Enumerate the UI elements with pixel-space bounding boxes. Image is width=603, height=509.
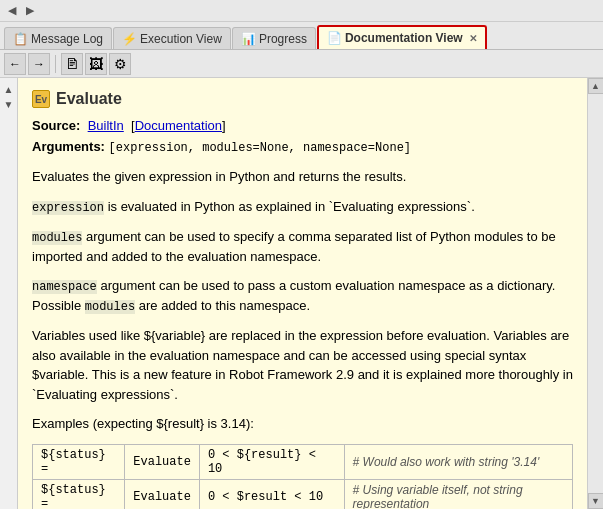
para3-suffix2: are added to this namespace.: [139, 298, 310, 313]
tab-documentation-view[interactable]: 📄 Documentation View ✕: [317, 25, 487, 49]
forward-button[interactable]: →: [28, 53, 50, 75]
ex2-col1: ${status} =: [33, 479, 125, 509]
ex2-col2: Evaluate: [125, 479, 200, 509]
doc-title: Ev Evaluate: [32, 90, 573, 108]
toolbar-separator: [55, 55, 56, 73]
tab-message-log-label: Message Log: [31, 32, 103, 46]
table-row: ${status} = Evaluate 0 < $result < 10 # …: [33, 479, 573, 509]
arguments-value: [expression, modules=None, namespace=Non…: [109, 141, 411, 155]
tab-message-log[interactable]: 📋 Message Log: [4, 27, 112, 49]
back-icon: ←: [9, 57, 21, 71]
table-row: ${status} = Evaluate 0 < ${result} < 10 …: [33, 444, 573, 479]
ex2-col3: 0 < $result < 10: [199, 479, 344, 509]
content-area[interactable]: Ev Evaluate Source: BuiltIn [Documentati…: [18, 78, 587, 509]
tab-execution-view-label: Execution View: [140, 32, 222, 46]
scroll-left-arrow[interactable]: ◀: [4, 4, 20, 17]
execution-view-icon: ⚡: [122, 32, 136, 46]
ex1-col4: # Would also work with string '3.14': [344, 444, 572, 479]
toolbar: ← → 🖹 🖼 ⚙: [0, 50, 603, 78]
scroll-arrows[interactable]: ◀ ▶: [4, 4, 38, 17]
ex2-col4: # Using variable itself, not string repr…: [344, 479, 572, 509]
main-area: ▲ ▼ Ev Evaluate Source: BuiltIn [Documen…: [0, 78, 603, 509]
sidebar-down-arrow[interactable]: ▼: [4, 99, 14, 110]
para3-mono: namespace: [32, 280, 97, 294]
para2-mono: modules: [32, 231, 82, 245]
examples-table: ${status} = Evaluate 0 < ${result} < 10 …: [32, 444, 573, 510]
back-button[interactable]: ←: [4, 53, 26, 75]
para2-suffix: argument can be used to specify a comma …: [32, 229, 556, 264]
toolbar-btn-1[interactable]: 🖹: [61, 53, 83, 75]
source-builtin-link[interactable]: BuiltIn: [88, 118, 124, 133]
tab-progress-label: Progress: [259, 32, 307, 46]
tab-strip: 📋 Message Log ⚡ Execution View 📊 Progres…: [0, 22, 603, 50]
scroll-right-arrow[interactable]: ▶: [22, 4, 38, 17]
ex1-col3: 0 < ${result} < 10: [199, 444, 344, 479]
para1-mono: expression: [32, 201, 104, 215]
tab-close-icon[interactable]: ✕: [469, 33, 477, 44]
source-documentation-link[interactable]: Documentation: [135, 118, 222, 133]
doc-title-text: Evaluate: [56, 90, 122, 108]
arguments-line: Arguments: [expression, modules=None, na…: [32, 139, 573, 155]
description-para: Evaluates the given expression in Python…: [32, 167, 573, 187]
tab-execution-view[interactable]: ⚡ Execution View: [113, 27, 231, 49]
scroll-down-button[interactable]: ▼: [588, 493, 604, 509]
message-log-icon: 📋: [13, 32, 27, 46]
para3-mono2: modules: [85, 300, 135, 314]
scroll-up-button[interactable]: ▲: [588, 78, 604, 94]
toolbar-btn-2[interactable]: 🖼: [85, 53, 107, 75]
para1-suffix: is evaluated in Python as explained in `…: [108, 199, 475, 214]
documentation-view-icon: 📄: [327, 31, 341, 45]
right-scrollbar: ▲ ▼: [587, 78, 603, 509]
para4: Variables used like ${variable} are repl…: [32, 326, 573, 404]
top-scroll-bar: ◀ ▶: [0, 0, 603, 22]
arguments-label: Arguments:: [32, 139, 105, 154]
para1: expression is evaluated in Python as exp…: [32, 197, 573, 217]
forward-icon: →: [33, 57, 45, 71]
ex1-col2: Evaluate: [125, 444, 200, 479]
ex1-col1: ${status} =: [33, 444, 125, 479]
sidebar-up-arrow[interactable]: ▲: [4, 84, 14, 95]
para3: namespace argument can be used to pass a…: [32, 276, 573, 316]
left-sidebar: ▲ ▼: [0, 78, 18, 509]
source-line: Source: BuiltIn [Documentation]: [32, 118, 573, 133]
toolbar-btn-3[interactable]: ⚙: [109, 53, 131, 75]
progress-icon: 📊: [241, 32, 255, 46]
scrollbar-track[interactable]: [588, 94, 603, 493]
tab-progress[interactable]: 📊 Progress: [232, 27, 316, 49]
source-label: Source:: [32, 118, 80, 133]
examples-label: Examples (expecting ${result} is 3.14):: [32, 414, 573, 434]
doc-title-icon: Ev: [32, 90, 50, 108]
para2: modules argument can be used to specify …: [32, 227, 573, 267]
tab-documentation-view-label: Documentation View: [345, 31, 463, 45]
